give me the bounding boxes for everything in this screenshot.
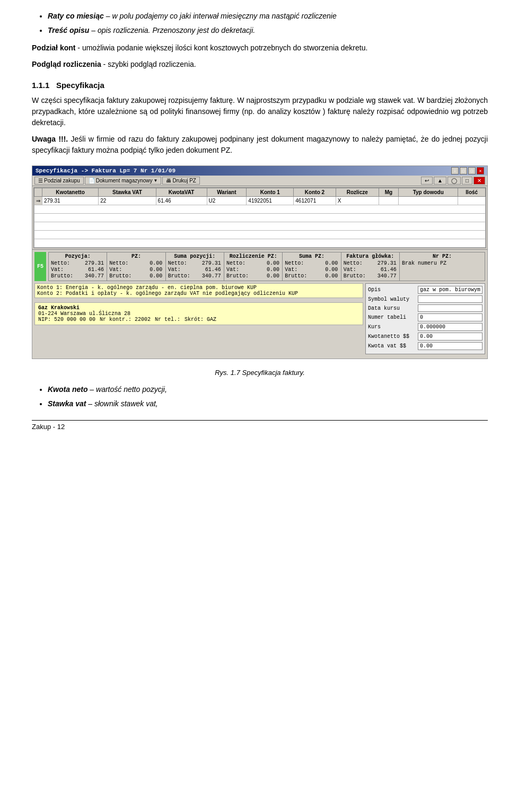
col-stawka: Stawka VAT — [99, 188, 156, 197]
brutto-row: Brutto: 340.77 — [51, 273, 104, 279]
podzial-dash: - — [75, 43, 82, 52]
toolbar-right: ↩ ▲ ◯ □ ✕ — [421, 177, 485, 185]
row-arrow: ⇒ — [34, 197, 42, 205]
brutto-pz-row: Brutto: 0.00 — [109, 273, 163, 279]
col-rozlicze: Rozlicze — [336, 188, 379, 197]
top-bullet-list: Raty co miesiąc – w polu podajemy co jak… — [48, 11, 488, 36]
bullet-tresc-bold: Treść opisu — [48, 26, 89, 34]
vat-row: Vat: 61.46 — [51, 267, 104, 273]
section-heading: 1.1.1 Specyfikacja — [32, 81, 488, 90]
toolbar-action1-btn[interactable]: ↩ — [421, 177, 433, 185]
company-tel: Nr tel.: — [155, 317, 180, 322]
col-kwotanetto: Kwotanetto — [42, 188, 99, 197]
table-row[interactable]: ⇒ 279.31 22 61.46 U2 41922051 4612071 X — [34, 197, 486, 205]
f5-label: F5 — [34, 252, 46, 281]
brutto-suma-row: Brutto: 340.77 — [168, 273, 222, 279]
app-title: Specyfikacja -> Faktura Lp= 7 Nr 1/01/09 — [36, 168, 175, 174]
netto-suma-pz-row: Netto: 0.00 — [285, 260, 338, 266]
heading-title: Specyfikacja — [56, 81, 104, 90]
brutto-suma-pz-row: Brutto: 0.00 — [285, 273, 338, 279]
data-kursu-row: Data kursu — [368, 304, 482, 312]
pozycja-header: Pozycja: — [51, 254, 104, 259]
toolbar-action4-btn[interactable]: □ — [462, 177, 472, 185]
cell-typ — [398, 197, 458, 205]
toolbar-action2-btn[interactable]: ▲ — [434, 177, 446, 185]
suma-pozycji-header: Suma pozycji: — [168, 254, 222, 259]
cell-kwotanetto: 279.31 — [42, 197, 99, 205]
toolbar-dokument-btn[interactable]: 📄 Dokument magazynowy ▼ — [85, 177, 162, 185]
uwaga-rest: Jeśli w firmie od razu do faktury zakupo… — [32, 135, 488, 154]
cell-rozlicze: X — [336, 197, 379, 205]
kwotavat-row: Kwota vat $$ 0.00 — [368, 342, 482, 350]
col-konto1: Konto 1 — [247, 188, 294, 197]
fig-caption: Rys. 1.7 Specyfikacja faktury. — [32, 369, 488, 377]
app-toolbar: ☰ Podział zakupu 📄 Dokument magazynowy ▼… — [32, 176, 487, 186]
kwotavat-label: Kwota vat $$ — [368, 343, 416, 349]
para-podzial: Podział kont - umożliwia podanie większe… — [32, 42, 488, 54]
table-row-empty4 — [34, 231, 486, 239]
vat-suma-row: Vat: 61.46 — [168, 267, 222, 273]
numer-tabeli-label: Numer tabeli — [368, 315, 416, 320]
uwaga-bold: Uwaga !!!. — [32, 135, 68, 143]
close-icon[interactable]: ✕ — [477, 167, 484, 174]
bullet-tresc: Treść opisu – opis rozliczenia. Przenosz… — [48, 25, 488, 36]
app-table: Kwotanetto Stawka VAT KwotaVAT Wariant K… — [34, 188, 486, 248]
kwotanetto-label: Kwotanetto $$ — [368, 334, 416, 339]
right-panel: Opis gaz w pom. biurowym Symbol waluty D… — [365, 283, 485, 354]
podglad-desc: szybki podgląd rozliczenia. — [108, 60, 196, 68]
podzial-label: Podział zakupu — [44, 178, 80, 184]
bullet-tresc-rest: – opis rozliczenia. Przenoszony jest do … — [89, 26, 255, 34]
kwotanetto-row: Kwotanetto $$ 0.00 — [368, 333, 482, 340]
podglad-dash: - — [101, 60, 108, 68]
toolbar-podzial-btn[interactable]: ☰ Podział zakupu — [34, 177, 84, 185]
kwotavat-input[interactable]: 0.00 — [418, 342, 482, 350]
podzial-desc: umożliwia podanie większej ilości kont k… — [82, 43, 367, 52]
bullet-raty: Raty co miesiąc – w polu podajemy co jak… — [48, 11, 488, 22]
opis-label: Opis — [368, 287, 416, 293]
col-wariant: Wariant — [207, 188, 247, 197]
toolbar-action3-btn[interactable]: ◯ — [447, 177, 461, 185]
drukuj-icon: 🖶 — [166, 178, 171, 184]
podglad-title: Podgląd rozliczenia — [32, 60, 101, 68]
bullet-kwota-rest: – wartość netto pozycji, — [87, 385, 166, 394]
heading-number: 1.1.1 — [32, 81, 49, 90]
kwotanetto-input[interactable]: 0.00 — [418, 333, 482, 340]
kurs-input[interactable]: 0.000000 — [418, 323, 482, 331]
opis-input[interactable]: gaz w pom. biurowym — [418, 286, 482, 294]
app-bottom: F5 Pozycja: Netto: 279.31 — [32, 249, 487, 359]
bullet-raty-rest: – w polu podajemy co jaki interwał miesi… — [104, 12, 337, 20]
netto-suma-row: Netto: 279.31 — [168, 260, 222, 266]
para-specyfikacja: W części specyfikacja faktury zakupowej … — [32, 95, 488, 128]
numer-tabeli-input[interactable]: 0 — [418, 313, 482, 321]
toolbar-close-btn[interactable]: ✕ — [473, 177, 485, 185]
bullet-stawka-bold: Stawka vat — [48, 399, 86, 408]
pz-header: PZ: — [109, 254, 163, 259]
kurs-label: Kurs — [368, 324, 416, 330]
account-line-1: Konto 1: Energia - k. ogólnego zarządu -… — [37, 285, 361, 291]
cell-konto2: 4612071 — [294, 197, 336, 205]
minimize-icon[interactable]: ↓ — [451, 167, 459, 174]
app-window: Specyfikacja -> Faktura Lp= 7 Nr 1/01/09… — [32, 165, 488, 359]
bullet-kwota-bold: Kwota neto — [48, 385, 87, 394]
app-titlebar: Specyfikacja -> Faktura Lp= 7 Nr 1/01/09… — [32, 166, 487, 176]
symbol-waluty-input[interactable] — [418, 295, 482, 303]
bullet-stawka: Stawka vat – słownik stawek vat, — [48, 398, 488, 409]
cell-ilosc — [458, 197, 486, 205]
netto-rozl-row: Netto: 0.00 — [226, 260, 280, 266]
toolbar-drukuj-btn[interactable]: 🖶 Drukuj PZ — [162, 177, 199, 185]
faktura-glowka-header: Faktura główka: — [344, 254, 397, 259]
vat-suma-pz-row: Vat: 0.00 — [285, 267, 338, 273]
vat-rozl-row: Vat: 0.00 — [226, 267, 280, 273]
data-kursu-input[interactable] — [418, 304, 482, 312]
restore-icon[interactable]: ◻ — [460, 167, 467, 174]
col-arrow — [34, 188, 42, 197]
drukuj-label: Drukuj PZ — [172, 178, 196, 184]
symbol-waluty-row: Symbol waluty — [368, 295, 482, 303]
col-kwotavat: KwotaVAT — [156, 188, 207, 197]
podzial-icon: ☰ — [38, 178, 43, 184]
para-uwaga: Uwaga !!!. Jeśli w firmie od razu do fak… — [32, 134, 488, 156]
maximize-icon[interactable]: ◻ — [468, 167, 476, 174]
company-address: 01-224 Warszawa ul.Śliczna 28 — [38, 311, 359, 317]
podzial-title: Podział kont — [32, 43, 75, 52]
rozliczenie-pz-header: Rozliczenie PZ: — [226, 254, 280, 259]
